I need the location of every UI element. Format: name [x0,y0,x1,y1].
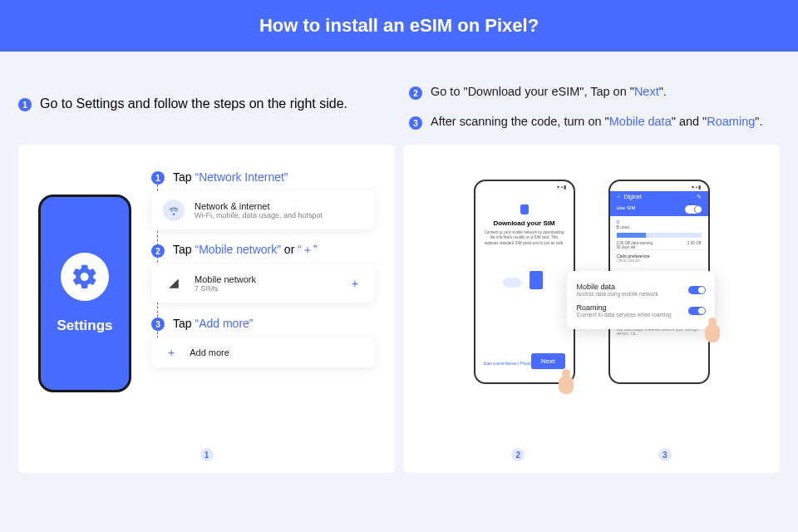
substep-num-2: 2 [151,244,165,258]
panel-2-3: ▾ ▪ ▮ Download your SIM Connect to your … [403,145,780,473]
step-number-3: 3 [409,116,422,130]
intro-right-steps: 2 Go to "Download your eSIM", Tap on "Ne… [389,85,780,130]
step-number-2: 2 [409,86,422,100]
intro-step-2: 2 Go to "Download your eSIM", Tap on "Ne… [409,85,780,100]
cloud-icon [503,278,521,288]
settings-label: Settings [57,318,112,334]
plus-icon: + [347,277,363,290]
substep-1: 1Tap “Network Internet” Network & intern… [151,170,375,229]
status-bar: ▾ ▪ ▮ [610,181,708,191]
intro-section: 1 Go to Settings and follow the steps on… [0,52,798,145]
substep-2: 2Tap “Mobile network” or “＋” Mobile netw… [151,243,375,303]
page-title: How to install an eSIM on Pixel? [259,15,539,37]
usage-bar [617,233,702,238]
status-bar: ▾ ▪ ▮ [475,181,574,191]
mobile-data-toggle [688,286,705,294]
panel-marker-2: 2 [511,448,525,461]
shield-icon [520,204,529,214]
settings-phone-illustration: Settings [38,195,131,392]
gear-icon [61,253,109,301]
substep-num-1: 1 [151,171,165,185]
hand-pointer-icon [702,318,727,349]
step-number-1: 1 [18,98,32,111]
download-title: Download your SIM [493,219,554,227]
panel-1: Settings 1Tap “Network Internet” Network… [18,145,395,473]
plus-icon: + [163,346,180,359]
substep-3: 3Tap “Add more” + Add more [151,316,375,367]
intro-step-3: 3 After scanning the code, turn on "Mobi… [409,115,780,130]
edit-icon: ✎ [697,194,702,200]
panels: Settings 1Tap “Network Internet” Network… [0,145,798,473]
download-desc: Connect to your mobile network by downlo… [484,230,565,246]
substeps: 1Tap “Network Internet” Network & intern… [151,170,375,392]
panel-marker-3: 3 [658,448,672,461]
sim-icon [530,271,543,289]
step-3-text: After scanning the code, turn on "Mobile… [431,115,762,128]
step-1-text: Go to Settings and follow the steps on t… [40,96,347,111]
panel-marker-1: 1 [200,448,214,461]
mobile-network-card: Mobile network7 SIMs + [151,264,375,303]
phone-download-sim: ▾ ▪ ▮ Download your SIM Connect to your … [474,180,575,384]
hand-pointer-icon [555,369,580,401]
step-2-text: Go to "Download your eSIM", Tap on "Next… [431,85,667,98]
cloud-sim-illustration [498,271,551,298]
phone-data-settings: ▾ ▪ ▮ ← Digicel✎ Use SIM 0 B used 2.00 G… [608,180,710,384]
use-sim-toggle [685,205,702,214]
intro-step-1: 1 Go to Settings and follow the steps on… [18,85,389,130]
network-internet-card: Network & internetWi-Fi, mobile, data us… [151,191,375,229]
mobile-data-popup: Mobile dataAccess data using mobile netw… [567,271,715,329]
wifi-icon [163,200,185,221]
roaming-toggle [688,307,705,315]
substep-num-3: 3 [151,318,165,331]
signal-icon [163,273,185,294]
next-button: Next [531,353,564,369]
header: How to install an eSIM on Pixel? [0,0,798,52]
add-more-card: + Add more [151,337,375,367]
